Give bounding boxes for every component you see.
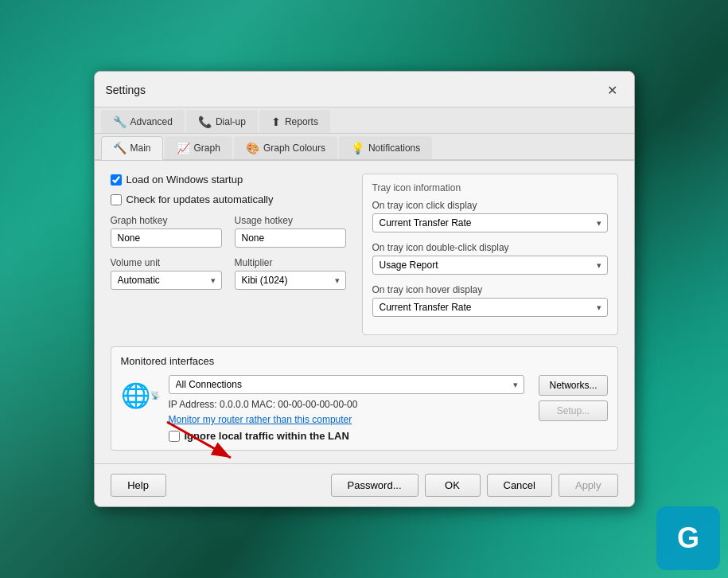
graph-hotkey-label: Graph hotkey [111,215,222,226]
tab-advanced[interactable]: 🔧 Advanced [101,110,185,133]
footer: Help Password... OK Cancel Apply [95,463,634,506]
tray-section: Tray icon information On tray icon click… [362,174,618,335]
interface-actions: Networks... Setup... [539,375,607,421]
interface-details: All Connections Ethernet Wi-Fi IP Addres… [169,375,525,442]
network-icon: 🌐📡 [121,375,161,415]
load-startup-checkbox[interactable] [111,174,122,186]
router-link[interactable]: Monitor my router rather than this compu… [169,414,352,425]
volume-unit-label: Volume unit [111,257,222,268]
tab-graph[interactable]: 📈 Graph [165,136,232,159]
multiplier-select-wrapper: Kibi (1024) Kilo (1000) [235,271,346,290]
usage-hotkey-label: Usage hotkey [235,215,346,226]
hover-display-select-wrapper: Current Transfer Rate Usage Report Nothi… [372,298,608,317]
click-display-label: On tray icon click display [372,200,608,211]
tab-main[interactable]: 🔨 Main [101,136,163,160]
usage-hotkey-col: Usage hotkey [235,215,346,248]
graph-hotkey-col: Graph hotkey [111,215,222,248]
multiplier-label: Multiplier [235,257,346,268]
usage-hotkey-input[interactable] [235,228,346,248]
tab-dialup[interactable]: 📞 Dial-up [186,110,258,133]
close-button[interactable]: ✕ [602,80,623,100]
password-button[interactable]: Password... [331,474,419,497]
help-button[interactable]: Help [111,474,166,497]
hover-display-label: On tray icon hover display [372,284,608,295]
tab-graph-colours[interactable]: 🎨 Graph Colours [234,136,337,159]
settings-dialog: Settings ✕ 🔧 Advanced 📞 Dial-up ⬆ Report… [94,71,635,507]
connection-select-row: All Connections Ethernet Wi-Fi [169,375,525,394]
dialog-title: Settings [106,84,146,96]
connection-select[interactable]: All Connections Ethernet Wi-Fi [169,375,525,394]
volume-unit-col: Volume unit Automatic Bytes Kilobytes Me… [111,257,222,290]
hover-display-group: On tray icon hover display Current Trans… [372,284,608,317]
volume-unit-select-wrapper: Automatic Bytes Kilobytes Megabytes [111,271,222,290]
double-click-display-group: On tray icon double-click display Usage … [372,242,608,275]
interface-row: 🌐📡 All Connections Ethernet Wi-Fi IP Add… [121,375,608,442]
wrench-icon: 🔧 [113,115,127,128]
networks-button[interactable]: Networks... [539,375,607,396]
tab-notifications[interactable]: 💡 Notifications [339,136,432,159]
tray-title: Tray icon information [372,182,608,193]
multiplier-select[interactable]: Kibi (1024) Kilo (1000) [235,271,346,290]
click-display-select-wrapper: Current Transfer Rate Usage Report Nothi… [372,213,608,232]
watermark: G [656,506,720,570]
left-section: Load on Windows startup Check for update… [111,174,346,335]
tools-icon: 🔨 [113,142,127,154]
double-click-display-select[interactable]: Usage Report Current Transfer Rate Nothi… [372,256,608,275]
ignore-local-checkbox[interactable] [169,431,180,442]
click-display-select[interactable]: Current Transfer Rate Usage Report Nothi… [372,213,608,232]
click-display-group: On tray icon click display Current Trans… [372,200,608,232]
load-startup-row: Load on Windows startup [111,174,346,186]
check-updates-row: Check for updates automatically [111,193,346,205]
check-updates-label: Check for updates automatically [127,193,274,205]
monitored-title: Monitored interfaces [121,355,608,367]
graph-hotkey-input[interactable] [111,228,222,248]
volume-section: Volume unit Automatic Bytes Kilobytes Me… [111,257,346,290]
graph-icon: 📈 [177,142,190,154]
hotkeys-section: Graph hotkey Usage hotkey [111,215,346,248]
connection-select-wrapper: All Connections Ethernet Wi-Fi [169,375,525,394]
apply-button[interactable]: Apply [559,474,618,497]
cancel-button[interactable]: Cancel [487,474,552,497]
title-bar: Settings ✕ [95,72,634,107]
check-updates-checkbox[interactable] [111,194,122,205]
palette-icon: 🎨 [246,142,259,154]
ignore-local-row: Ignore local traffic within the LAN [169,430,525,442]
multiplier-col: Multiplier Kibi (1024) Kilo (1000) [235,257,346,290]
double-click-display-label: On tray icon double-click display [372,242,608,253]
tab-row-1: 🔧 Advanced 📞 Dial-up ⬆ Reports [95,107,634,134]
double-click-display-select-wrapper: Usage Report Current Transfer Rate Nothi… [372,256,608,275]
tab-row-2: 🔨 Main 📈 Graph 🎨 Graph Colours 💡 Notific… [95,134,634,161]
setup-button[interactable]: Setup... [539,400,607,421]
load-startup-label: Load on Windows startup [127,174,243,186]
ignore-local-label: Ignore local traffic within the LAN [185,430,349,442]
hover-display-select[interactable]: Current Transfer Rate Usage Report Nothi… [372,298,608,317]
main-content: Load on Windows startup Check for update… [95,161,634,463]
phone-icon: 📞 [198,115,212,128]
arrow-up-icon: ⬆ [271,115,281,128]
tab-reports[interactable]: ⬆ Reports [259,110,330,133]
monitored-section: Monitored interfaces 🌐📡 All Connections … [111,346,618,451]
ok-button[interactable]: OK [425,474,481,497]
ip-mac-text: IP Address: 0.0.0.0 MAC: 00-00-00-00-00-… [169,399,525,410]
bulb-icon: 💡 [351,142,364,154]
volume-unit-select[interactable]: Automatic Bytes Kilobytes Megabytes [111,271,222,290]
